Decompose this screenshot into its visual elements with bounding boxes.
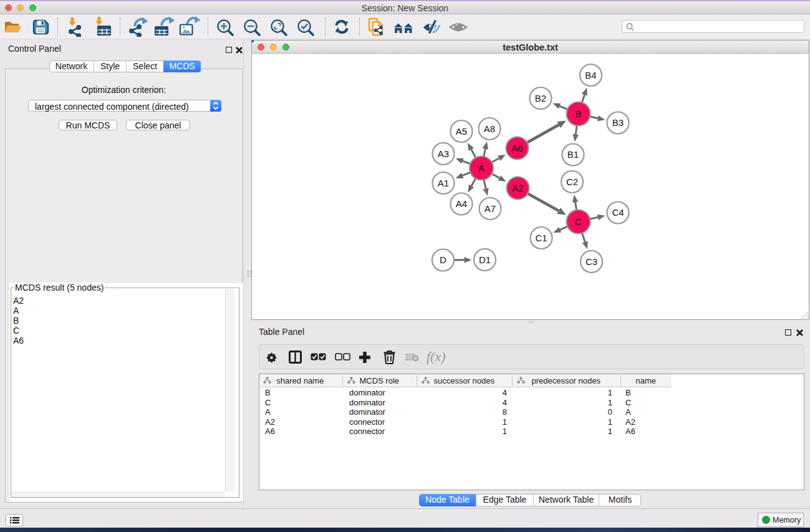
svg-text:A: A	[478, 163, 485, 173]
svg-text:A6: A6	[511, 143, 523, 153]
svg-text:A4: A4	[456, 198, 467, 209]
svg-text:A1: A1	[438, 178, 449, 188]
svg-text:B4: B4	[585, 70, 596, 80]
svg-text:B: B	[575, 109, 581, 119]
svg-text:C2: C2	[566, 177, 578, 187]
svg-text:A3: A3	[438, 148, 449, 159]
svg-text:C1: C1	[535, 233, 547, 243]
svg-text:C4: C4	[612, 207, 624, 218]
svg-text:C3: C3	[586, 256, 597, 267]
svg-text:B2: B2	[535, 93, 546, 104]
svg-text:A8: A8	[484, 123, 495, 134]
svg-text:A5: A5	[456, 126, 467, 137]
svg-text:A2: A2	[512, 183, 523, 193]
svg-text:C: C	[575, 216, 582, 227]
svg-text:A7: A7	[485, 203, 496, 214]
svg-text:D: D	[440, 254, 446, 265]
svg-text:B1: B1	[567, 149, 579, 160]
svg-text:D1: D1	[479, 254, 491, 265]
svg-text:B3: B3	[612, 117, 624, 128]
